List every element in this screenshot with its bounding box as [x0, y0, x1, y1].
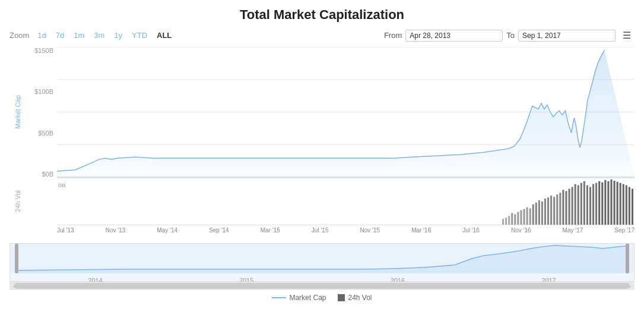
svg-rect-14 [529, 209, 531, 225]
chart-content: $150B $100B $50B $0B [26, 47, 635, 225]
legend-24h-vol-box [338, 294, 345, 301]
svg-rect-16 [535, 203, 537, 225]
controls-row: Zoom 1d 7d 1m 3m 1y YTD ALL From To ☰ [9, 29, 635, 42]
zoom-1d-btn[interactable]: 1d [34, 30, 49, 41]
x-label-6: Nov '15 [360, 227, 380, 234]
svg-rect-15 [532, 204, 534, 225]
svg-rect-27 [569, 189, 570, 225]
svg-rect-7 [508, 216, 510, 225]
vol-area: 0B [57, 178, 635, 225]
svg-rect-47 [629, 187, 630, 225]
svg-rect-26 [565, 191, 567, 225]
zoom-7d-btn[interactable]: 7d [52, 30, 68, 41]
navigator-area: 2014 2015 2016 2017 [9, 243, 635, 282]
svg-rect-23 [556, 194, 558, 225]
scrollbar-thumb[interactable] [14, 283, 630, 289]
y-tick-50b: $50B [38, 130, 53, 137]
to-label: To [506, 31, 515, 40]
zoom-label: Zoom [9, 31, 29, 40]
y-axis-ticks: $150B $100B $50B $0B [26, 47, 57, 178]
vol-y-label: 24h Vol [9, 178, 26, 225]
zoom-1y-btn[interactable]: 1y [110, 30, 126, 41]
svg-rect-41 [610, 179, 612, 225]
zoom-controls: Zoom 1d 7d 1m 3m 1y YTD ALL [9, 30, 175, 41]
svg-rect-29 [575, 184, 576, 225]
main-chart-plot [57, 47, 635, 178]
svg-rect-40 [607, 181, 609, 225]
svg-rect-25 [562, 190, 564, 225]
svg-rect-30 [578, 185, 579, 225]
svg-rect-6 [505, 217, 507, 225]
x-label-3: Sep '14 [209, 227, 229, 234]
legend-market-cap-line [272, 297, 286, 298]
svg-rect-10 [517, 212, 519, 225]
svg-rect-24 [559, 193, 561, 225]
svg-rect-34 [589, 187, 591, 225]
x-label-5: Jul '15 [312, 227, 329, 234]
svg-rect-37 [598, 181, 600, 225]
svg-rect-51 [15, 244, 18, 273]
vol-svg: 0B [57, 178, 635, 225]
x-label-4: Mar '15 [261, 227, 280, 234]
svg-rect-33 [586, 185, 588, 225]
y-tick-0b: $0B [42, 171, 53, 178]
svg-rect-45 [623, 184, 624, 225]
zoom-all-btn[interactable]: ALL [153, 30, 175, 41]
x-label-11: Sep '17 [614, 227, 635, 234]
chart-container: Total Market Capitalization Zoom 1d 7d 1… [0, 0, 644, 304]
svg-rect-44 [620, 183, 621, 225]
svg-rect-20 [547, 197, 549, 225]
main-chart-svg [57, 47, 635, 177]
y-tick-100b: $100B [34, 88, 53, 95]
legend-market-cap-label: Market Cap [289, 294, 326, 302]
svg-rect-18 [541, 201, 543, 225]
svg-rect-36 [595, 183, 597, 225]
svg-rect-11 [520, 210, 522, 225]
x-label-2: May '14 [157, 227, 177, 234]
chart-title: Total Market Capitalization [9, 7, 635, 23]
zoom-3m-btn[interactable]: 3m [90, 30, 108, 41]
svg-rect-42 [614, 181, 616, 225]
legend-24h-vol: 24h Vol [338, 294, 372, 302]
scrollbar-area[interactable]: ◄ ► [9, 282, 635, 290]
svg-rect-13 [526, 207, 528, 225]
svg-rect-22 [553, 197, 555, 225]
svg-rect-21 [550, 196, 552, 225]
to-date-input[interactable] [518, 30, 616, 42]
menu-icon[interactable]: ☰ [619, 29, 635, 42]
svg-rect-8 [511, 213, 513, 225]
x-label-7: Mar '16 [411, 227, 431, 234]
svg-rect-32 [583, 181, 585, 225]
svg-rect-35 [592, 184, 594, 225]
svg-rect-52 [626, 244, 629, 273]
x-label-9: Nov '16 [511, 227, 531, 234]
left-panel: Market Cap 24h Vol [9, 47, 26, 225]
y-tick-150b: $150B [34, 47, 53, 54]
svg-rect-9 [514, 214, 516, 225]
svg-rect-38 [601, 182, 603, 225]
svg-rect-31 [580, 183, 582, 225]
from-label: From [384, 31, 402, 40]
svg-text:0B: 0B [58, 182, 66, 188]
zoom-1m-btn[interactable]: 1m [70, 30, 88, 41]
x-label-10: May '17 [563, 227, 583, 234]
svg-rect-5 [502, 219, 504, 225]
from-date-input[interactable] [405, 30, 503, 42]
svg-rect-39 [604, 180, 606, 225]
zoom-ytd-btn[interactable]: YTD [128, 30, 151, 41]
x-label-1: Nov '13 [106, 227, 126, 234]
date-controls: From To ☰ [384, 29, 635, 42]
x-label-8: Jul '16 [462, 227, 480, 234]
svg-rect-48 [632, 189, 633, 225]
svg-rect-19 [544, 198, 546, 225]
svg-rect-12 [523, 209, 525, 225]
market-cap-y-label: Market Cap [9, 47, 26, 178]
svg-rect-46 [626, 185, 627, 225]
legend-24h-vol-label: 24h Vol [348, 294, 372, 302]
svg-rect-28 [572, 187, 573, 225]
x-axis-labels: Jul '13 Nov '13 May '14 Sep '14 Mar '15 … [57, 225, 635, 234]
chart-legend: Market Cap 24h Vol [9, 290, 635, 304]
x-label-0: Jul '13 [57, 227, 74, 234]
svg-rect-43 [617, 182, 618, 225]
navigator-svg [10, 244, 634, 273]
